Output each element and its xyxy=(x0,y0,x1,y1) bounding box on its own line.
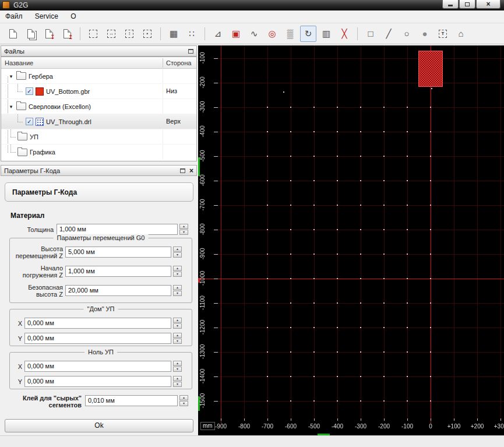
spin-down-icon[interactable]: ▾ xyxy=(179,401,188,406)
tree-row-uv-through[interactable]: ✓ UV_Through.drl Верх xyxy=(1,114,196,129)
x-axis-label: -200 xyxy=(373,423,394,430)
spin-down-icon[interactable]: ▾ xyxy=(173,367,182,372)
tree-row-uv-bottom[interactable]: ✓ UV_Bottom.gbr Низ xyxy=(1,84,196,99)
home-x-input[interactable]: 0,000 мм xyxy=(24,318,171,329)
maximize-button[interactable] xyxy=(459,0,475,9)
toolbar-separator xyxy=(160,27,161,40)
tree-row-grafika[interactable]: Графика xyxy=(1,145,196,160)
toolbar: ↧↥↔↕▪▦∷⊿▣∿◎▒↻▥╳□╱○●T⌂ xyxy=(0,23,504,44)
tree-label: УП xyxy=(30,133,38,140)
toolbar-shape-line-tool[interactable]: ╱ xyxy=(380,26,397,42)
g0-height-input[interactable]: 5,000 мм xyxy=(65,247,171,258)
toolbar-import-file[interactable]: ↧ xyxy=(41,26,57,42)
thickness-label: Толщина xyxy=(12,226,54,233)
ok-button[interactable]: Ok xyxy=(5,419,193,432)
checkbox-checked[interactable]: ✓ xyxy=(26,118,33,125)
g0-height-spinbox: 5,000 мм ▴▾ xyxy=(65,247,182,258)
move-tool-icon: ↔ xyxy=(107,30,115,38)
zero-x-input[interactable]: 0,000 мм xyxy=(24,361,171,372)
toolbar-region-tool[interactable]: ▪ xyxy=(139,26,156,42)
toolbar-select-tool[interactable] xyxy=(85,26,101,42)
home-y-input[interactable]: 0,000 мм xyxy=(24,333,171,344)
float-panel-icon[interactable] xyxy=(180,168,185,173)
close-button[interactable]: × xyxy=(476,0,501,9)
tree-row-drills-group[interactable]: ▾ Сверловки (Excellon) xyxy=(1,99,196,114)
toolbar-drill-center-tool[interactable]: ◎ xyxy=(264,26,280,42)
menu-file[interactable]: Файл xyxy=(0,10,28,22)
toolbar-open-project[interactable] xyxy=(23,26,39,42)
spin-up-icon[interactable]: ▴ xyxy=(173,361,182,366)
spin-up-icon[interactable]: ▴ xyxy=(173,247,182,252)
toolbar-shape-ellipse-tool[interactable]: ○ xyxy=(399,26,415,42)
shape-rect-tool-icon: □ xyxy=(368,29,373,38)
spin-down-icon[interactable]: ▾ xyxy=(173,291,182,296)
spin-down-icon[interactable]: ▾ xyxy=(179,230,188,235)
spin-up-icon[interactable]: ▴ xyxy=(179,395,188,400)
toolbar-new-file[interactable] xyxy=(5,26,21,42)
toolbar-simulate-tool[interactable]: ↻ xyxy=(300,26,316,42)
spin-down-icon[interactable]: ▾ xyxy=(173,339,182,344)
workspace-canvas[interactable] xyxy=(198,45,504,435)
x-axis-label: -300 xyxy=(350,423,371,430)
spin-up-icon[interactable]: ▴ xyxy=(173,318,182,323)
toolbar-export-file[interactable]: ↥ xyxy=(59,26,75,42)
y-axis-label: -500 xyxy=(199,145,206,167)
toolbar-frame-tool[interactable]: ▣ xyxy=(228,26,244,42)
g0-safe-input[interactable]: 20,000 мм xyxy=(65,285,171,296)
spin-up-icon[interactable]: ▴ xyxy=(173,285,182,290)
column-side[interactable]: Сторона xyxy=(166,59,191,66)
side-value: Верх xyxy=(166,118,181,125)
thickness-input[interactable]: 1,000 мм xyxy=(57,224,178,235)
folder-icon xyxy=(16,72,26,80)
toolbar-shape-text-tool[interactable]: T xyxy=(435,26,451,42)
toolbar-matrix-tool[interactable]: ∷ xyxy=(184,26,200,42)
layer-drill-swatch xyxy=(36,118,44,126)
zero-y-input[interactable]: 0,000 мм xyxy=(24,376,171,387)
toolbar-raster-tool[interactable]: ▒ xyxy=(282,26,298,42)
title-bar: G2G × xyxy=(0,0,504,10)
g0-start-input[interactable]: 1,000 мм xyxy=(65,266,171,277)
glue-spinbox: 0,010 мм ▴▾ xyxy=(85,395,188,406)
tree-column-header[interactable]: Название Сторона xyxy=(1,57,196,69)
spin-down-icon[interactable]: ▾ xyxy=(173,272,182,277)
folder-icon xyxy=(17,149,27,156)
y-axis-label: -900 xyxy=(199,243,206,265)
float-panel-icon[interactable] xyxy=(188,49,193,54)
toolbar-report-tool[interactable]: ▥ xyxy=(318,26,334,42)
expand-arrow-icon[interactable]: ▾ xyxy=(8,73,14,79)
toolbar-curve-tool[interactable]: ∿ xyxy=(246,26,262,42)
toolbar-shape-polygon-tool[interactable]: ⌂ xyxy=(453,26,469,42)
spin-up-icon[interactable]: ▴ xyxy=(173,266,182,271)
files-tree: Название Сторона ▾ Гербера ✓ UV_Bottom.g… xyxy=(1,57,197,161)
toolbar-move-tool[interactable]: ↔ xyxy=(103,26,119,42)
checkbox-checked[interactable]: ✓ xyxy=(26,87,33,95)
home-y-label: Y xyxy=(14,335,22,342)
toolbar-resize-tool[interactable]: ↕ xyxy=(121,26,138,42)
spin-down-icon[interactable]: ▾ xyxy=(173,323,182,329)
spin-down-icon[interactable]: ▾ xyxy=(173,382,182,387)
close-panel-icon[interactable]: × xyxy=(189,168,193,174)
toolbar-shape-blob-tool[interactable]: ● xyxy=(417,26,433,42)
glue-input[interactable]: 0,010 мм xyxy=(85,395,178,406)
menu-service[interactable]: Service xyxy=(30,10,64,22)
expand-arrow-icon[interactable]: ▾ xyxy=(8,104,14,110)
minimize-button[interactable] xyxy=(442,0,459,9)
g0-safe-label: Безопасная высота Z xyxy=(12,284,63,298)
array-tool-icon: ▦ xyxy=(170,29,178,38)
spin-up-icon[interactable]: ▴ xyxy=(173,376,182,381)
toolbar-shape-rect-tool[interactable]: □ xyxy=(362,26,379,42)
column-name[interactable]: Название xyxy=(5,59,33,66)
x-axis-label: -400 xyxy=(327,423,348,430)
spin-up-icon[interactable]: ▴ xyxy=(173,333,182,338)
y-axis-label: -1100 xyxy=(199,292,206,314)
shape-ellipse-tool-icon: ○ xyxy=(404,29,409,38)
menu-about[interactable]: О xyxy=(65,10,81,22)
tree-row-up[interactable]: УП xyxy=(1,129,196,145)
toolbar-mirror-tool[interactable]: ╳ xyxy=(336,26,353,42)
spin-down-icon[interactable]: ▾ xyxy=(173,252,182,258)
y-axis-label: -300 xyxy=(199,96,206,118)
toolbar-array-tool[interactable]: ▦ xyxy=(165,26,182,42)
toolbar-measure-tool[interactable]: ⊿ xyxy=(210,26,226,42)
spin-up-icon[interactable]: ▴ xyxy=(179,224,188,229)
tree-row-gerbera-group[interactable]: ▾ Гербера xyxy=(1,69,196,84)
